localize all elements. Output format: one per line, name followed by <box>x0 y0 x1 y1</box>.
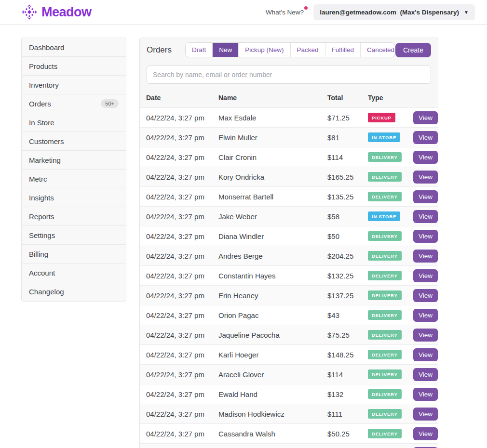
order-date: 04/22/24, 3:27 pm <box>140 266 218 286</box>
order-date: 04/22/24, 3:27 pm <box>140 444 218 448</box>
sidebar-item-marketing[interactable]: Marketing <box>22 151 126 170</box>
search-input[interactable] <box>147 66 431 84</box>
view-button[interactable]: View <box>413 171 438 184</box>
table-row: 04/22/24, 3:27 pm Constantin Hayes $132.… <box>140 266 438 286</box>
tab-new[interactable]: New <box>212 43 238 57</box>
sidebar-item-label: Account <box>29 269 55 277</box>
view-button[interactable]: View <box>413 230 438 243</box>
order-type-badge: DELIVERY <box>368 231 402 241</box>
order-name: Elwin Muller <box>218 128 327 147</box>
order-date: 04/22/24, 3:27 pm <box>140 226 218 246</box>
view-button[interactable]: View <box>413 111 438 124</box>
order-date: 04/22/24, 3:27 pm <box>140 207 218 226</box>
table-row: 04/22/24, 3:27 pm Araceli Glover $114 DE… <box>140 365 438 384</box>
sidebar-item-products[interactable]: Products <box>22 57 126 76</box>
view-button[interactable]: View <box>413 408 438 421</box>
table-row: 04/22/24, 3:27 pm Monserrat Bartell $135… <box>140 187 438 207</box>
notification-dot-icon <box>304 6 308 10</box>
view-button[interactable]: View <box>413 329 438 342</box>
order-type-badge: DELIVERY <box>368 389 402 399</box>
sidebar-item-changelog[interactable]: Changelog <box>22 282 126 301</box>
tab-packed[interactable]: Packed <box>290 43 325 57</box>
tab-canceled[interactable]: Canceled <box>360 43 395 57</box>
view-button[interactable]: View <box>413 368 438 381</box>
sidebar-item-in-store[interactable]: In Store <box>22 113 126 132</box>
tab-draft[interactable]: Draft <box>186 43 212 57</box>
order-name: Andres Berge <box>218 246 327 266</box>
sidebar-item-label: Orders <box>29 100 51 108</box>
order-date: 04/22/24, 3:27 pm <box>140 384 218 404</box>
order-date: 04/22/24, 3:27 pm <box>140 404 218 424</box>
view-button[interactable]: View <box>413 309 438 322</box>
view-button[interactable]: View <box>413 250 438 263</box>
sidebar-item-label: Settings <box>29 231 55 239</box>
view-button[interactable]: View <box>413 131 438 144</box>
order-total: $75.25 <box>327 325 368 345</box>
order-type-badge: IN STORE <box>368 211 400 221</box>
order-type-badge: DELIVERY <box>368 251 402 261</box>
order-type-badge: DELIVERY <box>368 429 402 438</box>
order-total: $50 <box>327 226 368 246</box>
sidebar-item-account[interactable]: Account <box>22 264 126 282</box>
order-type-badge: DELIVERY <box>368 369 402 379</box>
table-row: 04/22/24, 3:27 pm Erin Heaney $137.25 DE… <box>140 286 438 305</box>
order-type-badge: DELIVERY <box>368 152 402 162</box>
view-button[interactable]: View <box>413 190 438 203</box>
order-type-badge: DELIVERY <box>368 350 402 359</box>
sidebar-item-inventory[interactable]: Inventory <box>22 76 126 94</box>
order-type-badge: IN STORE <box>368 132 400 142</box>
view-button[interactable]: View <box>413 427 438 440</box>
order-date: 04/22/24, 3:27 pm <box>140 128 218 147</box>
table-row: 04/22/24, 3:27 pm Cassandra Walsh $50.25… <box>140 424 438 444</box>
order-total: $148.25 <box>327 345 368 365</box>
tab-fulfilled[interactable]: Fulfilled <box>325 43 361 57</box>
whats-new-link[interactable]: What's New? <box>266 9 304 16</box>
brand-name: Meadow <box>41 5 92 20</box>
view-button[interactable]: View <box>413 289 438 302</box>
view-button[interactable]: View <box>413 210 438 223</box>
view-button[interactable]: View <box>413 269 438 282</box>
column-header-total: Total <box>327 89 368 108</box>
order-name: Roberta Prosacco <box>218 444 327 448</box>
create-button[interactable]: Create <box>395 43 431 57</box>
table-row: 04/22/24, 3:27 pm Madison Hodkiewicz $11… <box>140 404 438 424</box>
order-name: Kory Ondricka <box>218 167 327 187</box>
order-total: $81 <box>327 128 368 147</box>
sidebar-item-dashboard[interactable]: Dashboard <box>22 38 126 57</box>
view-button[interactable]: View <box>413 348 438 361</box>
order-date: 04/22/24, 3:27 pm <box>140 286 218 305</box>
tab-pickup-new[interactable]: Pickup (New) <box>238 43 290 57</box>
sidebar-item-settings[interactable]: Settings <box>22 226 126 245</box>
sidebar-item-insights[interactable]: Insights <box>22 188 126 207</box>
table-row: 04/22/24, 3:27 pm Karli Hoeger $148.25 D… <box>140 345 438 365</box>
order-name: Jaqueline Pacocha <box>218 325 327 345</box>
sidebar-item-orders[interactable]: Orders 50+ <box>22 94 126 113</box>
brand-logo[interactable]: Meadow <box>21 4 92 20</box>
order-total: $148.25 <box>327 444 368 448</box>
order-name: Max Esdale <box>218 108 327 128</box>
sidebar-item-label: Dashboard <box>29 43 64 52</box>
view-button[interactable]: View <box>413 388 438 401</box>
sidebar-item-reports[interactable]: Reports <box>22 207 126 226</box>
table-row: 04/22/24, 3:27 pm Orion Pagac $43 DELIVE… <box>140 305 438 325</box>
sidebar-item-label: Changelog <box>29 288 64 296</box>
order-name: Erin Heaney <box>218 286 327 305</box>
column-header-date: Date <box>140 89 218 108</box>
table-row: 04/22/24, 3:27 pm Clair Cronin $114 DELI… <box>140 147 438 167</box>
order-total: $165.25 <box>327 167 368 187</box>
account-menu-button[interactable]: lauren@getmeadow.com (Max's Dispensary) … <box>313 4 475 20</box>
sidebar-item-metrc[interactable]: Metrc <box>22 170 126 188</box>
order-type-badge: DELIVERY <box>368 172 402 182</box>
order-name: Jake Weber <box>218 207 327 226</box>
sidebar-item-customers[interactable]: Customers <box>22 132 126 151</box>
table-row: 04/22/24, 3:27 pm Diana Windler $50 DELI… <box>140 226 438 246</box>
order-name: Diana Windler <box>218 226 327 246</box>
view-button[interactable]: View <box>413 151 438 164</box>
table-row: 04/22/24, 3:27 pm Elwin Muller $81 IN ST… <box>140 128 438 147</box>
column-header-actions <box>410 89 438 108</box>
order-total: $135.25 <box>327 187 368 207</box>
main-layout: Dashboard Products Inventory Orders 50+ … <box>0 25 487 448</box>
sidebar-item-billing[interactable]: Billing <box>22 245 126 264</box>
order-total: $132.25 <box>327 266 368 286</box>
orders-panel: Orders DraftNewPickup (New)PackedFulfill… <box>139 38 438 448</box>
